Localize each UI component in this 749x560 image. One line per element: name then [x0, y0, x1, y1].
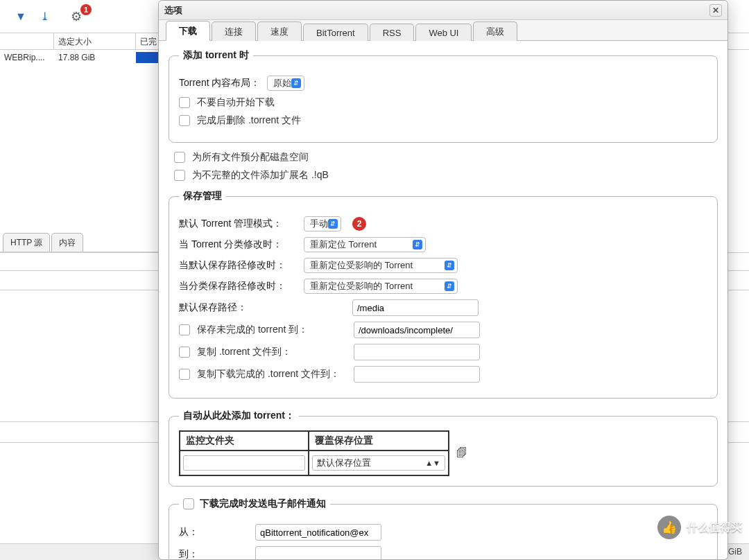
torrent-size: 17.88 GiB	[54, 50, 136, 67]
copy-torrent-checkbox[interactable]	[179, 347, 190, 358]
when-category-change-label: 当 Torrent 分类修改时：	[179, 238, 297, 251]
tab-speed[interactable]: 速度	[257, 21, 302, 41]
legend-add-torrent: 添加 torrent 时	[179, 49, 253, 62]
group-email-notify: 下载完成时发送电子邮件通知 从： 到： SMTP 服务器：	[169, 498, 718, 559]
chevron-updown-icon: ⇵	[413, 240, 422, 250]
settings-button[interactable]: ⚙ 1	[67, 7, 86, 26]
email-from-label: 从：	[179, 526, 248, 539]
dont-autostart-checkbox[interactable]	[179, 97, 190, 108]
append-qb-ext-checkbox[interactable]	[174, 170, 185, 181]
dialog-title: 选项	[164, 4, 182, 17]
chevron-updown-icon: ⇵	[445, 281, 454, 291]
chevron-updown-icon: ⇵	[445, 261, 454, 270]
preallocate-checkbox[interactable]	[174, 152, 185, 163]
tab-content[interactable]: 内容	[51, 233, 83, 252]
col-selected-size[interactable]: 选定大小	[54, 33, 136, 49]
email-notify-checkbox[interactable]	[183, 498, 194, 509]
settings-badge: 1	[80, 4, 92, 15]
content-layout-select[interactable]: 原始 ⇵	[267, 76, 304, 91]
thumbs-up-icon: 👍	[657, 516, 681, 539]
legend-save-mgmt: 保存管理	[179, 190, 226, 202]
override-path-select[interactable]: 默认保存位置 ▲▼	[312, 455, 445, 471]
watermark: 👍 什么值得买	[657, 516, 742, 539]
email-from-input[interactable]	[255, 524, 381, 541]
group-save-management: 保存管理 默认 Torrent 管理模式： 手动 ⇵ 2 当 Torrent 分…	[169, 190, 718, 399]
add-row-icon[interactable]: 🗐	[456, 447, 467, 460]
dialog-titlebar: 选项 ✕	[159, 1, 728, 20]
email-to-input[interactable]	[255, 546, 381, 559]
default-mode-select[interactable]: 手动 ⇵	[304, 216, 341, 231]
col-monitor-folder: 监控文件夹	[180, 431, 309, 450]
tab-bittorrent[interactable]: BitTorrent	[303, 24, 368, 41]
legend-auto-add: 自动从此处添加 torrent：	[179, 410, 299, 422]
dont-autostart-label: 不要自动开始下载	[197, 96, 275, 109]
col-override-path: 覆盖保存位置	[309, 431, 449, 450]
delete-torrent-label: 完成后删除 .torrent 文件	[197, 114, 301, 127]
when-category-path-change-select[interactable]: 重新定位受影响的 Torrent ⇵	[304, 279, 458, 294]
copy-torrent-label: 复制 .torrent 文件到：	[197, 346, 347, 358]
watermark-text: 什么值得买	[687, 520, 742, 535]
default-save-path-label: 默认保存路径：	[179, 301, 345, 314]
chevron-updown-icon: ▲▼	[425, 459, 440, 467]
copy-finished-torrent-checkbox[interactable]	[179, 369, 190, 380]
dialog-body: 添加 torrent 时 Torrent 内容布局： 原始 ⇵ 不要自动开始下载…	[159, 41, 728, 559]
col-name[interactable]	[0, 33, 54, 49]
when-category-path-change-label: 当分类保存路径修改时：	[179, 280, 297, 292]
tab-advanced[interactable]: 高级	[473, 21, 517, 41]
content-layout-label: Torrent 内容布局：	[179, 77, 260, 89]
chevron-updown-icon: ⇵	[328, 219, 338, 229]
tab-rss[interactable]: RSS	[370, 24, 415, 41]
copy-finished-torrent-label: 复制下载完成的 .torrent 文件到：	[197, 368, 347, 380]
torrent-name: WEBRip....	[0, 50, 54, 67]
tab-http-source[interactable]: HTTP 源	[3, 233, 50, 252]
default-mode-label: 默认 Torrent 管理模式：	[179, 218, 297, 230]
email-to-label: 到：	[179, 548, 248, 559]
delete-torrent-checkbox[interactable]	[179, 115, 190, 126]
group-add-torrent: 添加 torrent 时 Torrent 内容布局： 原始 ⇵ 不要自动开始下载…	[169, 49, 718, 143]
close-button[interactable]: ✕	[709, 4, 722, 17]
when-default-path-change-label: 当默认保存路径修改时：	[179, 259, 297, 272]
detail-tabs: HTTP 源 内容	[0, 233, 160, 252]
keep-incomplete-label: 保存未完成的 torrent 到：	[197, 324, 347, 336]
copy-torrent-input[interactable]	[354, 344, 480, 360]
chevron-bar-down-icon[interactable]: ⤓	[35, 7, 54, 26]
append-qb-ext-label: 为不完整的文件添加扩展名 .!qB	[192, 169, 329, 182]
close-icon: ✕	[712, 6, 719, 15]
group-auto-add: 自动从此处添加 torrent： 监控文件夹 覆盖保存位置 默认保存位置 ▲▼	[169, 410, 718, 487]
tab-download[interactable]: 下载	[166, 21, 210, 41]
tab-webui[interactable]: Web UI	[415, 24, 472, 41]
copy-finished-torrent-input[interactable]	[354, 366, 480, 383]
legend-email-notify: 下载完成时发送电子邮件通知	[200, 498, 326, 510]
when-category-change-select[interactable]: 重新定位 Torrent ⇵	[304, 237, 426, 252]
chevron-down-icon[interactable]: ▼	[11, 7, 31, 26]
default-save-path-input[interactable]	[352, 299, 479, 316]
tab-connection[interactable]: 连接	[212, 21, 256, 41]
dialog-tabs: 下载 连接 速度 BitTorrent RSS Web UI 高级	[159, 20, 728, 41]
preallocate-label: 为所有文件预分配磁盘空间	[192, 151, 309, 164]
annotation-badge-2: 2	[352, 217, 366, 231]
options-dialog: 选项 ✕ 下载 连接 速度 BitTorrent RSS Web UI 高级 添…	[158, 0, 728, 560]
when-default-path-change-select[interactable]: 重新定位受影响的 Torrent ⇵	[304, 258, 458, 273]
keep-incomplete-checkbox[interactable]	[179, 324, 190, 335]
monitor-folder-input[interactable]	[183, 455, 305, 471]
chevron-updown-icon: ⇵	[291, 78, 301, 88]
keep-incomplete-input[interactable]	[354, 322, 480, 338]
auto-add-table: 监控文件夹 覆盖保存位置 默认保存位置 ▲▼	[179, 430, 449, 476]
